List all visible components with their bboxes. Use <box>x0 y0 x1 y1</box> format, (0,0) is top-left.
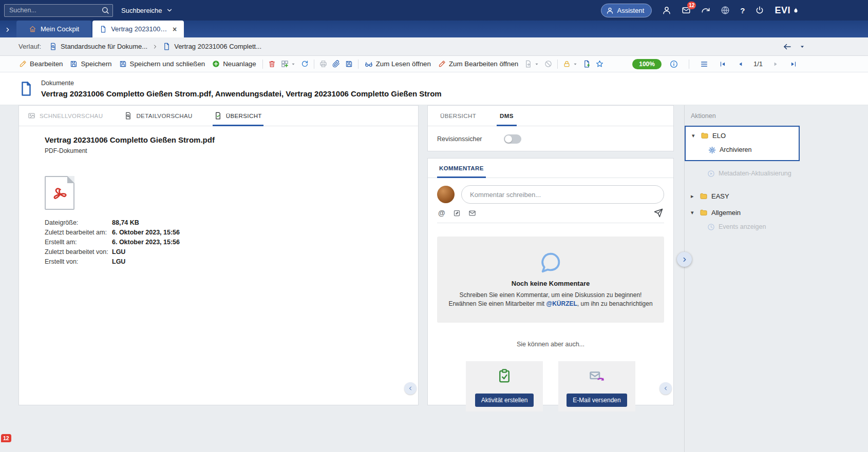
new-entry-label: Neuanlage <box>223 60 256 68</box>
history-dropdown-button[interactable] <box>799 44 805 50</box>
caret-right-icon[interactable]: ▸ <box>691 193 696 200</box>
first-page-button[interactable] <box>716 57 729 71</box>
collapse-preview-panel-button[interactable] <box>404 382 417 395</box>
save-copy-button[interactable] <box>343 57 355 71</box>
caret-down-icon[interactable]: ▾ <box>691 209 696 216</box>
logout-button[interactable] <box>755 6 764 15</box>
tab-detailvorschau[interactable]: DETAILVORSCHAU <box>123 106 194 126</box>
discard-button[interactable] <box>542 57 555 71</box>
delete-button[interactable] <box>266 57 278 71</box>
breadcrumb-item-search[interactable]: Standardsuche für Dokume... <box>49 43 147 50</box>
assistant-button[interactable]: Assistent <box>601 4 652 17</box>
previous-page-button[interactable] <box>734 57 747 71</box>
activity-card: Aktivität erstellen <box>466 361 543 411</box>
tab-dms-label: DMS <box>500 113 514 119</box>
print-button[interactable] <box>317 57 330 71</box>
collapse-comments-panel-button[interactable] <box>659 382 672 395</box>
tree-item-events-anzeigen[interactable]: Events anzeigen <box>685 220 868 234</box>
help-button[interactable]: ? <box>740 6 745 15</box>
open-edit-button[interactable]: Zum Bearbeiten öffnen <box>435 57 522 71</box>
metadata-row: Zuletzt bearbeitet am: 6. Oktober 2023, … <box>45 228 418 238</box>
home-icon <box>29 25 36 33</box>
breadcrumb-item-document[interactable]: Vertrag 20231006 Complett... <box>163 43 261 50</box>
add-document-button[interactable] <box>580 57 593 71</box>
tab-dms-uebersicht[interactable]: ÜBERSICHT <box>437 106 479 126</box>
note-button[interactable] <box>453 209 461 217</box>
favorite-button[interactable] <box>593 57 606 71</box>
revisionssicher-toggle[interactable] <box>504 134 521 144</box>
assistant-label: Assistent <box>617 7 645 14</box>
back-button[interactable] <box>783 42 792 51</box>
table-add-button[interactable] <box>278 57 298 71</box>
search-scope-button[interactable]: Suchbereiche <box>121 7 173 14</box>
mention-button[interactable]: @ <box>438 209 445 217</box>
mention-example[interactable]: @KÜRZEL <box>546 300 577 307</box>
tree-item-elo-label: ELO <box>712 132 726 140</box>
user-profile-button[interactable] <box>662 6 671 15</box>
toggle-knob <box>505 135 512 143</box>
tree-item-allgemein[interactable]: ▾ Allgemein <box>685 205 868 220</box>
tab-schnellvorschau[interactable]: SCHNELLVORSCHAU <box>26 106 104 126</box>
actions-gap <box>685 161 868 166</box>
help-label: ? <box>740 6 745 15</box>
status-badge[interactable]: 12 <box>1 434 11 442</box>
tab-uebersicht[interactable]: ÜBERSICHT <box>213 106 263 126</box>
metadata-value: LGU <box>112 247 125 257</box>
globe-button[interactable] <box>721 6 730 15</box>
revision-row: Revisionssicher <box>428 126 673 151</box>
breadcrumb-separator-icon <box>152 44 158 50</box>
folder-icon <box>701 131 709 140</box>
last-page-button[interactable] <box>787 57 800 71</box>
caret-down-icon[interactable]: ▾ <box>692 132 697 139</box>
checkout-button[interactable] <box>522 57 542 71</box>
zoom-badge[interactable]: 100% <box>632 59 662 69</box>
dms-card: ÜBERSICHT DMS Revisionssicher <box>427 105 674 151</box>
close-tab-button[interactable]: × <box>173 26 177 33</box>
expand-panel-button[interactable] <box>677 252 692 267</box>
edit-button[interactable]: Bearbeiten <box>15 57 66 71</box>
comment-input[interactable] <box>461 185 664 204</box>
tab-mein-cockpit[interactable]: Mein Cockpit <box>16 21 91 37</box>
trash-icon <box>268 60 276 68</box>
toolbar-right-group: 100% 1/1 <box>632 57 800 71</box>
menu-button[interactable] <box>697 57 711 71</box>
create-activity-button[interactable]: Aktivität erstellen <box>475 394 534 407</box>
history-label: Verlauf: <box>18 43 41 50</box>
cockpit-tab-label: Mein Cockpit <box>41 25 79 33</box>
search-icon[interactable] <box>101 6 109 14</box>
plus-circle-icon <box>212 60 220 68</box>
nav-first-icon <box>719 61 726 68</box>
tab-document-active[interactable]: Vertrag 20231006 C... × <box>92 21 184 37</box>
send-email-button[interactable]: E-Mail versenden <box>567 394 627 407</box>
next-page-button[interactable] <box>769 57 782 71</box>
open-read-button[interactable]: Zum Lesen öffnen <box>361 57 435 71</box>
send-comment-button[interactable] <box>654 208 663 218</box>
global-search <box>4 4 113 17</box>
tree-item-elo[interactable]: ▾ ELO <box>686 128 799 143</box>
tab-dms[interactable]: DMS <box>497 106 517 126</box>
document-title: Vertrag 20231006 Completto Gießen Strom.… <box>41 89 442 98</box>
search-input[interactable] <box>4 4 113 17</box>
tree-item-archivieren[interactable]: Archivieren <box>686 143 799 157</box>
save-and-close-button[interactable]: Speichern und schließen <box>116 57 209 71</box>
save-button[interactable]: Speichern <box>66 57 115 71</box>
open-read-label: Zum Lesen öffnen <box>376 60 431 68</box>
new-entry-button[interactable]: Neuanlage <box>209 57 259 71</box>
tab-kommentare[interactable]: KOMMENTARE <box>437 159 486 178</box>
attachment-button[interactable] <box>330 57 343 71</box>
caret-down-icon <box>291 62 296 67</box>
user-icon <box>662 6 671 15</box>
lock-button[interactable] <box>560 57 580 71</box>
tree-item-easy[interactable]: ▸ EASY <box>685 189 868 203</box>
email-comment-button[interactable] <box>468 209 476 217</box>
notifications-button[interactable]: 12 <box>682 6 691 15</box>
expand-tabs-button[interactable] <box>4 26 11 33</box>
forward-button[interactable] <box>701 6 710 15</box>
clock-icon <box>707 223 715 231</box>
chevron-down-icon <box>166 7 173 14</box>
info-button[interactable] <box>667 57 681 71</box>
refresh-button[interactable] <box>298 57 311 71</box>
tree-item-metadaten-aktualisierung[interactable]: Metadaten-Aktualisierung <box>685 166 868 181</box>
metadata-label: Zuletzt bearbeitet am: <box>45 228 112 238</box>
nav-last-icon <box>790 61 797 68</box>
